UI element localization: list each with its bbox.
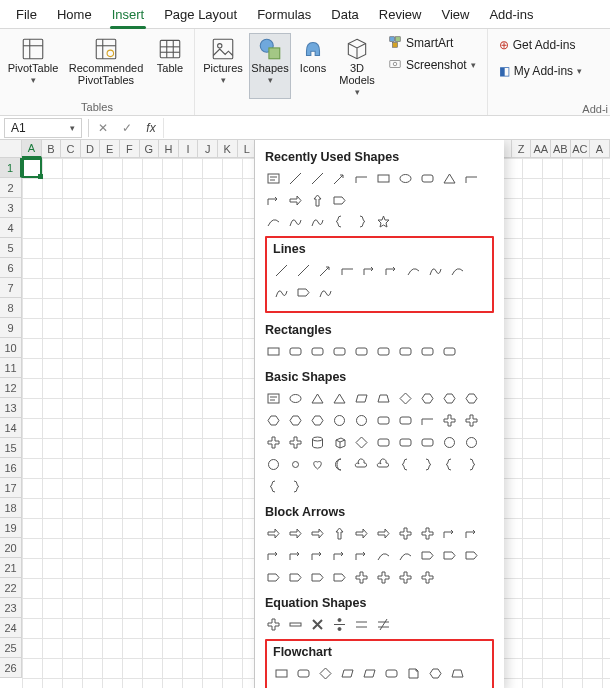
shape-pentarrow[interactable] [441,547,458,564]
shape-hex[interactable] [419,390,436,407]
shape-plus[interactable] [463,412,480,429]
column-header[interactable]: A [22,140,42,158]
shape-line[interactable] [295,262,312,279]
cancel-formula-button[interactable]: ✕ [91,118,115,138]
shape-hex[interactable] [287,412,304,429]
shape-hex[interactable] [463,390,480,407]
shape-hex[interactable] [441,390,458,407]
shape-plus[interactable] [375,569,392,586]
shape-arrow[interactable] [331,170,348,187]
shape-textbox[interactable] [265,170,282,187]
shape-roundrect[interactable] [419,434,436,451]
shape-neq[interactable] [375,616,392,633]
shape-diamond[interactable] [353,434,370,451]
tab-page-layout[interactable]: Page Layout [154,3,247,28]
shape-diamond[interactable] [317,665,334,682]
row-header[interactable]: 15 [0,438,22,458]
screenshot-button[interactable]: Screenshot ▾ [383,55,481,75]
shape-plus[interactable] [441,412,458,429]
column-header[interactable]: H [159,140,179,158]
row-header[interactable]: 18 [0,498,22,518]
shape-rarrow[interactable] [353,525,370,542]
shape-elbowarr[interactable] [309,547,326,564]
row-header[interactable]: 25 [0,638,22,658]
shape-oval[interactable] [397,170,414,187]
shape-elbowarr[interactable] [287,547,304,564]
column-header[interactable]: D [81,140,101,158]
shape-pentarrow[interactable] [265,569,282,586]
shape-lbrace[interactable] [331,213,348,230]
shape-roundrect[interactable] [375,412,392,429]
shape-rbrace[interactable] [463,456,480,473]
shape-rect[interactable] [273,665,290,682]
shape-eq[interactable] [353,616,370,633]
formula-input[interactable] [163,118,610,138]
shape-lbrace[interactable] [397,456,414,473]
shape-pentarrow[interactable] [295,284,312,301]
row-header[interactable]: 8 [0,298,22,318]
shape-freeform[interactable] [317,284,334,301]
shape-plus[interactable] [419,525,436,542]
shape-rect[interactable] [375,170,392,187]
shape-roundrect[interactable] [441,343,458,360]
row-header[interactable]: 9 [0,318,22,338]
shape-darrow[interactable] [309,192,326,209]
column-header[interactable]: AC [571,140,591,158]
row-header[interactable]: 17 [0,478,22,498]
shape-darrow[interactable] [331,525,348,542]
shape-can[interactable] [309,434,326,451]
row-header[interactable]: 1 [0,158,22,178]
shape-elbowarr[interactable] [353,547,370,564]
row-header[interactable]: 19 [0,518,22,538]
shape-roundrect[interactable] [419,170,436,187]
shape-hex[interactable] [265,412,282,429]
shape-elbow[interactable] [419,412,436,429]
smartart-button[interactable]: SmartArt [383,33,481,53]
row-header[interactable]: 7 [0,278,22,298]
shape-heart[interactable] [309,456,326,473]
shape-tri[interactable] [309,390,326,407]
shapes-button[interactable]: Shapes ▾ [249,33,291,99]
table-button[interactable]: Table [152,33,188,99]
shape-roundrect[interactable] [287,343,304,360]
shape-curve[interactable] [397,547,414,564]
shape-elbow[interactable] [463,170,480,187]
shape-circle[interactable] [353,412,370,429]
shape-doc[interactable] [405,665,422,682]
shape-roundrect[interactable] [397,412,414,429]
column-header[interactable]: K [218,140,238,158]
column-header[interactable]: Z [512,140,532,158]
shape-elbowarr[interactable] [463,525,480,542]
shape-diamond[interactable] [397,390,414,407]
tab-home[interactable]: Home [47,3,102,28]
shape-curve[interactable] [449,262,466,279]
shape-div[interactable] [331,616,348,633]
shape-plus[interactable] [265,434,282,451]
shape-rarrow[interactable] [375,525,392,542]
shape-freeform[interactable] [287,213,304,230]
shape-hex[interactable] [309,412,326,429]
shape-cloud[interactable] [375,456,392,473]
shape-plus[interactable] [353,569,370,586]
my-addins-button[interactable]: ◧ My Add-ins ▾ [494,61,604,81]
tab-insert[interactable]: Insert [102,3,155,28]
column-header[interactable]: J [198,140,218,158]
enter-formula-button[interactable]: ✓ [115,118,139,138]
shape-parallelogram[interactable] [353,390,370,407]
shape-roundrect[interactable] [353,343,370,360]
row-header[interactable]: 6 [0,258,22,278]
shape-roundrect[interactable] [331,343,348,360]
name-box[interactable]: A1 ▾ [4,118,82,138]
row-header[interactable]: 23 [0,598,22,618]
row-header[interactable]: 16 [0,458,22,478]
shape-moon[interactable] [331,456,348,473]
get-addins-button[interactable]: ⊕ Get Add-ins [494,35,604,55]
shape-elbow[interactable] [353,170,370,187]
row-header[interactable]: 3 [0,198,22,218]
insert-function-button[interactable]: fx [139,118,163,138]
tab-data[interactable]: Data [321,3,368,28]
shape-plus[interactable] [287,434,304,451]
shape-freeform[interactable] [309,213,326,230]
shape-lbrace[interactable] [441,456,458,473]
shape-pentarrow[interactable] [331,192,348,209]
